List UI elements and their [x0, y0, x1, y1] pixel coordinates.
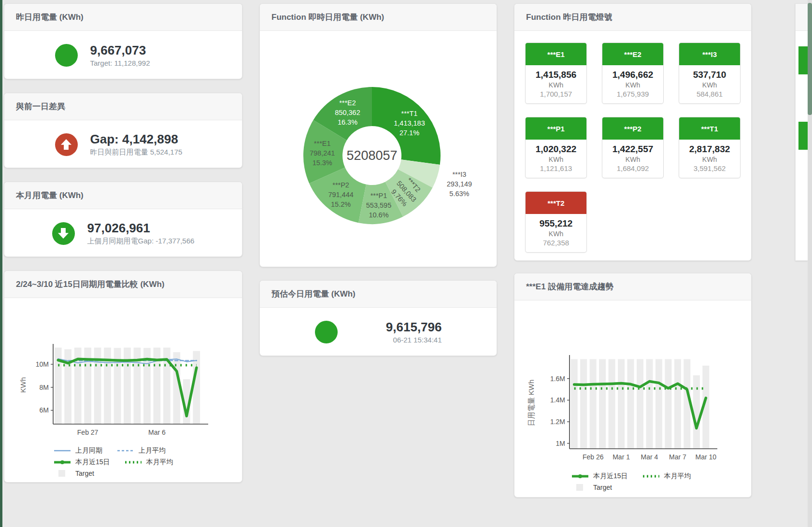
- tile-target: 1,675,939: [604, 90, 661, 98]
- svg-text:1.2M: 1.2M: [550, 418, 565, 426]
- card-title: ***E1 設備用電達成趨勢: [514, 273, 751, 300]
- light-tile-I3: ***I3 537,710 KWh 584,861: [679, 43, 741, 104]
- tile-name: ***P1: [526, 117, 586, 140]
- light-tile-T2: ***T2 955,212 KWh 762,358: [525, 191, 587, 253]
- tile-value: 2,817,832: [681, 144, 738, 155]
- scrollbar-thumb[interactable]: [808, 3, 812, 115]
- card-title: 本月用電量 (KWh): [4, 182, 242, 209]
- card-body: Gap: 4,142,898 昨日與前日用電量 5,524,175: [4, 120, 242, 168]
- e1-trend-legend: 本月近15日本月平均Target: [571, 469, 749, 491]
- tile-name: ***P2: [602, 117, 663, 140]
- estimate-timestamp: 06-21 15:34:41: [350, 336, 442, 344]
- card-title: Function 昨日用電燈號: [514, 4, 751, 31]
- yesterday-usage-target: Target: 11,128,992: [90, 59, 192, 67]
- card-yesterday-lights: Function 昨日用電燈號 ***E1 1,415,856 KWh 1,70…: [514, 3, 752, 261]
- tile-target: 3,591,562: [681, 164, 738, 172]
- legend-label: 上月平均: [139, 446, 166, 455]
- legend-item-Target[interactable]: Target: [54, 470, 94, 477]
- legend-item-本月近15日[interactable]: 本月近15日: [571, 472, 628, 481]
- tile-name: ***E1: [526, 43, 586, 65]
- day-gap-value: Gap: 4,142,898: [90, 132, 192, 147]
- tile-target: 762,358: [527, 239, 584, 247]
- card-e1-trend-chart: ***E1 設備用電達成趨勢 1M1.2M1.4M1.6MFeb 26Mar 1…: [514, 273, 752, 498]
- day-gap-subtitle: 昨日與前日用電量 5,524,175: [90, 148, 192, 157]
- card-title: 預估今日用電量 (KWh): [260, 281, 497, 308]
- realtime-usage-donut-chart[interactable]: ***T11,413,18327.1%***I3293,1495.63%***T…: [260, 32, 491, 266]
- card-body: 6M8M10MFeb 27Mar 6KWh 上月同期上月平均本月近15日本月平均…: [4, 298, 242, 483]
- month-usage-gap: 上個月同期用電Gap: -17,377,566: [87, 237, 195, 246]
- legend-label: 本月平均: [664, 472, 691, 481]
- svg-text:Feb 26: Feb 26: [583, 453, 604, 461]
- light-tile-P2: ***P2 1,422,557 KWh 1,684,092: [602, 117, 664, 178]
- arrow-down-icon: [52, 222, 75, 245]
- legend-label: 本月近15日: [75, 458, 110, 467]
- legend-item-本月平均[interactable]: 本月平均: [642, 472, 691, 481]
- light-tile-P1: ***P1 1,020,322 KWh 1,121,613: [525, 117, 587, 178]
- legend-label: 上月同期: [75, 446, 102, 455]
- card-body: ***T11,413,18327.1%***I3293,1495.63%***T…: [260, 31, 497, 267]
- card-body: ***E1 1,415,856 KWh 1,700,157 ***E2 1,49…: [514, 31, 751, 261]
- light-tile-E2: ***E2 1,496,662 KWh 1,675,939: [602, 43, 664, 104]
- svg-text:Mar 7: Mar 7: [669, 453, 686, 461]
- card-title: 昨日用電量 (KWh): [4, 4, 242, 31]
- svg-text:***I3293,1495.63%: ***I3293,1495.63%: [447, 171, 472, 198]
- status-circle-icon: [55, 44, 78, 67]
- e1-trend-line-chart[interactable]: 1M1.2M1.4M1.6MFeb 26Mar 1Mar 4Mar 7Mar 1…: [517, 354, 749, 467]
- card-body: 97,026,961 上個月同期用電Gap: -17,377,566: [4, 209, 242, 257]
- lights-tile-grid: ***E1 1,415,856 KWh 1,700,157 ***E2 1,49…: [525, 43, 741, 253]
- clipped-next-card: [795, 3, 808, 261]
- card-15day-compare-chart: 2/24~3/10 近15日同期用電量比較 (KWh) 6M8M10MFeb 2…: [4, 271, 242, 483]
- tile-value: 537,710: [681, 70, 738, 80]
- column-middle: Function 即時日用電量 (KWh) ***T11,413,18327.1…: [259, 0, 497, 356]
- card-day-gap: 與前一日差異 Gap: 4,142,898 昨日與前日用電量 5,524,175: [4, 93, 242, 168]
- arrow-up-icon: [55, 133, 78, 156]
- legend-label: Target: [593, 484, 612, 491]
- tile-unit: KWh: [527, 230, 584, 238]
- sidebar-edge-strip[interactable]: [0, 0, 2, 527]
- tile-name: ***T1: [679, 117, 740, 140]
- tile-target: 584,861: [681, 90, 738, 98]
- tile-unit: KWh: [527, 156, 584, 163]
- legend-item-Target[interactable]: Target: [571, 484, 612, 491]
- svg-text:6M: 6M: [40, 406, 49, 414]
- legend-item-本月近15日[interactable]: 本月近15日: [54, 458, 110, 467]
- vertical-scrollbar[interactable]: [808, 0, 812, 527]
- svg-text:Mar 10: Mar 10: [696, 453, 717, 461]
- tile-value: 1,422,557: [604, 144, 661, 155]
- card-estimate-today: 預估今日用電量 (KWh) 9,615,796 06-21 15:34:41: [259, 280, 497, 356]
- svg-text:日用電量 KWh: 日用電量 KWh: [527, 380, 535, 427]
- compare-chart-legend: 上月同期上月平均本月近15日本月平均Target: [54, 443, 240, 477]
- svg-text:1M: 1M: [556, 440, 565, 447]
- compare-line-chart[interactable]: 6M8M10MFeb 27Mar 6KWh: [7, 343, 240, 442]
- legend-label: 本月近15日: [593, 472, 628, 481]
- svg-text:5208057: 5208057: [346, 148, 397, 163]
- card-body: 9,615,796 06-21 15:34:41: [260, 308, 497, 356]
- legend-item-上月同期[interactable]: 上月同期: [54, 446, 102, 455]
- card-month-usage: 本月用電量 (KWh) 97,026,961 上個月同期用電Gap: -17,3…: [4, 182, 242, 257]
- tile-unit: KWh: [604, 81, 661, 89]
- column-left: 昨日用電量 (KWh) 9,667,073 Target: 11,128,992…: [4, 0, 242, 483]
- svg-text:Feb 27: Feb 27: [77, 428, 99, 436]
- tile-target: 1,700,157: [527, 90, 584, 98]
- legend-item-本月平均[interactable]: 本月平均: [125, 458, 173, 467]
- tile-value: 955,212: [527, 218, 584, 229]
- dashboard-page: 昨日用電量 (KWh) 9,667,073 Target: 11,128,992…: [0, 0, 812, 527]
- svg-text:1.6M: 1.6M: [550, 375, 565, 383]
- tile-unit: KWh: [681, 81, 738, 89]
- tile-value: 1,020,322: [527, 144, 584, 155]
- tile-name: ***I3: [679, 43, 740, 65]
- legend-label: 本月平均: [146, 458, 173, 467]
- svg-text:8M: 8M: [40, 384, 49, 391]
- tile-target: 1,121,613: [527, 164, 584, 172]
- light-tile-T1: ***T1 2,817,832 KWh 3,591,562: [679, 117, 741, 178]
- clipped-card-header: [796, 4, 808, 31]
- estimate-today-value: 9,615,796: [350, 320, 442, 335]
- tile-name: ***T2: [526, 192, 586, 214]
- tile-value: 1,415,856: [527, 70, 584, 80]
- clipped-tile-header: [798, 122, 808, 150]
- svg-text:KWh: KWh: [19, 377, 27, 393]
- legend-item-上月平均[interactable]: 上月平均: [117, 446, 166, 455]
- svg-text:10M: 10M: [36, 360, 49, 368]
- status-circle-icon: [315, 321, 338, 343]
- tile-unit: KWh: [604, 156, 661, 163]
